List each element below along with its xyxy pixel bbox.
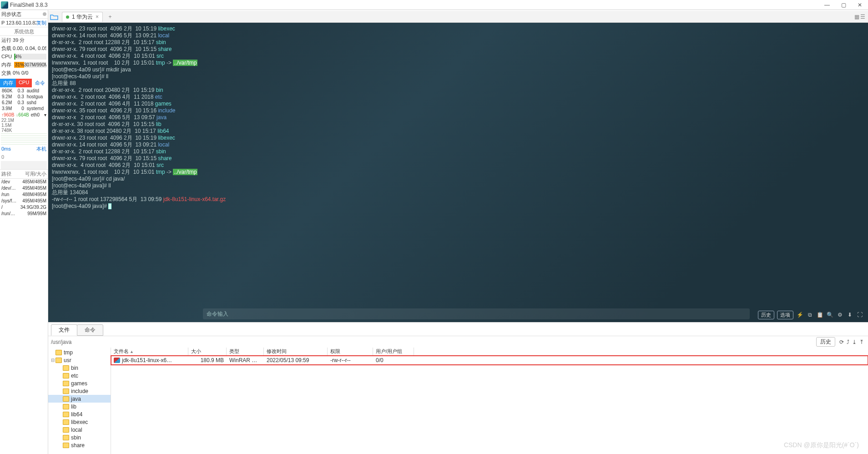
app-logo-icon: [1, 1, 8, 9]
sidebar: 同步状态 P 123.60.110.82 复制 系统信息 运行 39 分 负载 …: [0, 10, 48, 454]
file-panel: 文件 命令 /usr/java 历史 ⟳ ⤴ ⤓ ⤒ tmp⊟usrbinetc…: [48, 322, 868, 454]
minimize-button[interactable]: —: [819, 0, 835, 10]
download-file-icon[interactable]: ⤓: [852, 339, 857, 345]
tree-item-sbin[interactable]: sbin: [48, 434, 111, 441]
options-button[interactable]: 选项: [777, 311, 793, 319]
path-history-button[interactable]: 历史: [816, 337, 835, 347]
tree-item-usr[interactable]: ⊟usr: [48, 356, 111, 364]
window-title: FinalShell 3.8.3: [10, 2, 819, 8]
col-type[interactable]: 类型: [227, 348, 264, 355]
net-up: ↑960B: [1, 112, 14, 117]
sync-status-label: 同步状态: [1, 11, 41, 17]
load-label: 负载 0.00, 0.04, 0.05: [1, 45, 46, 51]
tree-item-etc[interactable]: etc: [48, 372, 111, 379]
connection-tab[interactable]: 1 华为云 ×: [62, 12, 103, 22]
sysinfo-panel-title: 系统信息: [14, 28, 34, 35]
add-tab-button[interactable]: +: [106, 14, 115, 20]
col-owner[interactable]: 用户/用户组: [373, 348, 414, 355]
net-if: eth0: [31, 112, 40, 117]
mem-label: 内存: [1, 61, 14, 68]
cpu-label: CPU: [1, 53, 14, 60]
layout-grid-icon[interactable]: ▦: [854, 14, 859, 20]
tree-item-bin[interactable]: bin: [48, 364, 111, 372]
tab-files[interactable]: 文件: [51, 324, 77, 336]
level-up-icon[interactable]: ⤴: [847, 339, 849, 345]
tree-item-include[interactable]: include: [48, 387, 111, 395]
titlebar: FinalShell 3.8.3 — ▢ ✕: [0, 0, 868, 10]
ping-ms: 0ms: [1, 146, 11, 152]
refresh-icon[interactable]: ⟳: [839, 339, 844, 345]
monitor-tabs: 内存 CPU 命令: [0, 79, 48, 87]
connection-tab-label: 1 华为云: [72, 13, 93, 21]
process-table: 860K0.3auditd9.2M0.3hostgua6.2M0.3sshd3.…: [0, 87, 48, 112]
copy-icon[interactable]: ⧉: [806, 312, 813, 318]
connection-status-dot-icon: [66, 15, 69, 19]
download-icon[interactable]: ⬇: [846, 312, 853, 318]
file-list-header: 文件名▲ 大小 类型 修改时间 权限 用户/用户组: [111, 348, 868, 356]
uptime-label: 运行 39 分: [1, 37, 46, 43]
tree-item-lib[interactable]: lib: [48, 403, 111, 410]
cpu-bar: 4%: [14, 54, 46, 60]
file-row[interactable]: jdk-8u151-linux-x6… 180.9 MB WinRAR … 20…: [111, 356, 868, 365]
history-button[interactable]: 历史: [758, 311, 774, 319]
fullscreen-icon[interactable]: ⛶: [856, 312, 863, 318]
maximize-button[interactable]: ▢: [835, 0, 852, 10]
archive-icon: [114, 358, 120, 363]
col-perm[interactable]: 权限: [328, 348, 373, 355]
net-down: ↓664B: [16, 112, 29, 117]
sync-status-dot-icon: [43, 12, 46, 16]
col-size[interactable]: 大小: [188, 348, 227, 355]
tree-item-games[interactable]: games: [48, 379, 111, 387]
copy-ip-link[interactable]: 复制: [36, 20, 46, 26]
ip-address: P 123.60.110.82: [1, 20, 36, 26]
tree-item-tmp[interactable]: tmp: [48, 348, 111, 356]
tab-commands[interactable]: 命令: [77, 324, 103, 336]
network-sparkline: [1, 133, 47, 145]
terminal-toolbar: 历史 选项 ⚡ ⧉ 📋 🔍 ⚙ ⬇ ⛶: [758, 311, 863, 319]
tree-item-share[interactable]: share: [48, 441, 111, 449]
mem-bar: 31%307M/990M: [14, 62, 46, 68]
gear-icon[interactable]: ⚙: [836, 312, 843, 318]
folder-tree[interactable]: tmp⊟usrbinetcgamesincludejavaliblib64lib…: [48, 348, 111, 454]
watermark: CSDN @原你是阳光(#`O´): [784, 441, 859, 449]
current-path[interactable]: /usr/java: [51, 339, 816, 345]
tree-item-local[interactable]: local: [48, 426, 111, 434]
fs-col-path: 路径: [0, 170, 24, 178]
ping-sparkline: [1, 161, 47, 169]
tree-item-libexec[interactable]: libexec: [48, 418, 111, 426]
swap-label: 交换 0% 0/0: [1, 70, 46, 76]
bolt-icon[interactable]: ⚡: [796, 312, 803, 318]
close-button[interactable]: ✕: [852, 0, 868, 10]
close-tab-icon[interactable]: ×: [96, 14, 99, 20]
tree-item-lib64[interactable]: lib64: [48, 410, 111, 418]
col-mtime[interactable]: 修改时间: [264, 348, 328, 355]
col-filename[interactable]: 文件名▲: [111, 348, 188, 355]
tree-item-java[interactable]: java: [48, 395, 111, 403]
net-more-icon[interactable]: ▾: [44, 112, 46, 117]
tab-memory[interactable]: 内存: [0, 79, 16, 87]
tab-command[interactable]: 命令: [32, 79, 48, 87]
paste-icon[interactable]: 📋: [816, 312, 823, 318]
connection-tabbar: 1 华为云 × + ▦ ☰: [48, 11, 868, 23]
open-connection-icon[interactable]: [48, 12, 60, 22]
tab-cpu[interactable]: CPU: [16, 79, 32, 87]
upload-file-icon[interactable]: ⤒: [859, 339, 864, 345]
terminal[interactable]: drwxr-xr-x. 23 root root 4096 2月 10 15:1…: [48, 23, 868, 322]
command-input[interactable]: 命令输入: [203, 308, 750, 319]
layout-split-icon[interactable]: ☰: [860, 14, 865, 20]
search-icon[interactable]: 🔍: [826, 312, 833, 318]
fs-col-size: 可用/大小: [24, 170, 48, 178]
ping-local[interactable]: 本机: [36, 146, 46, 152]
